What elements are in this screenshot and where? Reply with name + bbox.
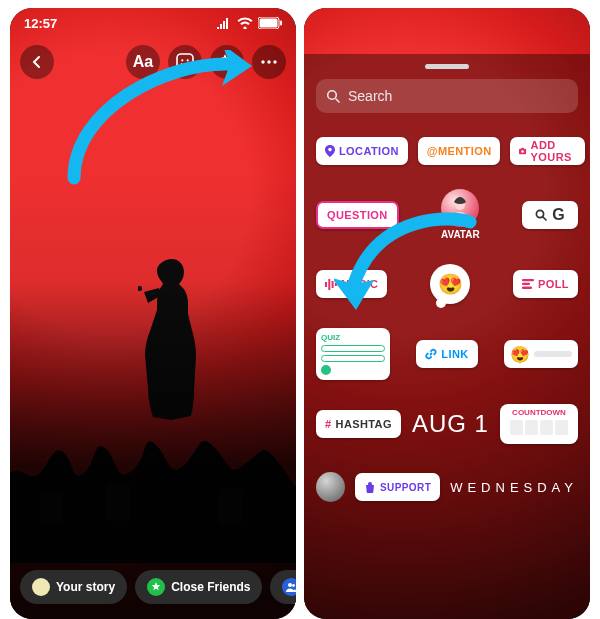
share-bar: Your story Close Friends G	[10, 563, 296, 611]
avatar-icon	[441, 189, 479, 227]
svg-rect-17	[522, 148, 525, 149]
star-icon	[147, 578, 165, 596]
status-time: 12:57	[24, 16, 57, 31]
svg-rect-21	[325, 282, 327, 287]
text-tool-button[interactable]: Aa	[126, 45, 160, 79]
question-sticker[interactable]: QUESTION	[316, 201, 399, 229]
svg-point-18	[522, 150, 525, 153]
back-button[interactable]	[20, 45, 54, 79]
date-sticker[interactable]: AUG 1	[412, 410, 489, 438]
sticker-grid: LOCATION @MENTION ADD YOURS QUESTION AV	[316, 137, 578, 502]
svg-rect-27	[522, 287, 532, 289]
link-sticker[interactable]: LINK	[416, 340, 477, 368]
emoji-reaction-sticker[interactable]: 😍	[430, 264, 470, 304]
svg-rect-24	[335, 283, 337, 286]
svg-point-14	[293, 584, 296, 587]
add-yours-sticker[interactable]: ADD YOURS	[510, 137, 584, 165]
sticker-search[interactable]: Search	[316, 79, 578, 113]
svg-rect-25	[522, 279, 534, 281]
your-story-dot-icon	[32, 578, 50, 596]
sticker-sheet[interactable]: Search LOCATION @MENTION ADD YOURS QUEST…	[304, 54, 590, 619]
svg-rect-22	[328, 279, 330, 290]
sticker-sheet-screen: Search LOCATION @MENTION ADD YOURS QUEST…	[304, 8, 590, 619]
music-bars-icon	[325, 279, 337, 290]
sticker-tool-button[interactable]	[168, 45, 202, 79]
svg-point-10	[261, 60, 264, 63]
story-editor-screen: 12:57 Aa	[10, 8, 296, 619]
svg-point-12	[273, 60, 276, 63]
svg-point-15	[328, 91, 337, 100]
close-friends-label: Close Friends	[171, 580, 250, 594]
pin-icon	[325, 145, 335, 157]
camera-icon	[519, 146, 526, 156]
weekday-sticker[interactable]: WEDNESDAY	[450, 480, 578, 495]
heart-eyes-emoji-icon: 😍	[510, 345, 530, 364]
music-sticker[interactable]: MUSIC	[316, 270, 387, 298]
status-icons	[216, 17, 282, 29]
more-button[interactable]	[252, 45, 286, 79]
quiz-sticker[interactable]: QUIZ	[316, 328, 390, 380]
your-story-button[interactable]: Your story	[20, 570, 127, 604]
location-sticker[interactable]: LOCATION	[316, 137, 408, 165]
avatar-small[interactable]	[316, 472, 345, 502]
check-icon	[321, 365, 331, 375]
svg-rect-5	[260, 19, 278, 28]
svg-point-13	[288, 583, 292, 587]
search-placeholder: Search	[348, 88, 392, 104]
search-icon	[535, 209, 547, 221]
gif-sticker[interactable]: G	[522, 201, 578, 229]
story-toolbar: Aa	[10, 40, 296, 84]
close-friends-button[interactable]: Close Friends	[135, 570, 262, 604]
svg-point-11	[267, 60, 270, 63]
emoji-slider-sticker[interactable]: 😍	[504, 340, 578, 368]
sheet-grabber[interactable]	[425, 64, 469, 69]
countdown-sticker[interactable]: COUNTDOWN	[500, 404, 578, 444]
support-sticker[interactable]: SUPPORT	[355, 473, 440, 501]
avatar-sticker[interactable]: AVATAR	[441, 189, 480, 240]
group-button[interactable]: G	[270, 570, 296, 604]
svg-point-9	[187, 59, 189, 61]
heart-eyes-emoji-icon: 😍	[438, 272, 463, 296]
svg-point-8	[181, 59, 183, 61]
link-icon	[425, 348, 437, 360]
svg-rect-6	[280, 21, 282, 26]
your-story-label: Your story	[56, 580, 115, 594]
effects-tool-button[interactable]	[210, 45, 244, 79]
bag-icon	[364, 481, 376, 493]
status-bar: 12:57	[10, 8, 296, 38]
svg-rect-26	[522, 283, 530, 285]
svg-rect-23	[332, 281, 334, 288]
search-icon	[326, 89, 340, 103]
vignette	[10, 8, 296, 619]
hashtag-sticker[interactable]: ##HASHTAGHASHTAG	[316, 410, 401, 438]
people-icon	[282, 578, 296, 596]
poll-icon	[522, 279, 534, 289]
poll-sticker[interactable]: POLL	[513, 270, 578, 298]
mention-sticker[interactable]: @MENTION	[418, 137, 501, 165]
